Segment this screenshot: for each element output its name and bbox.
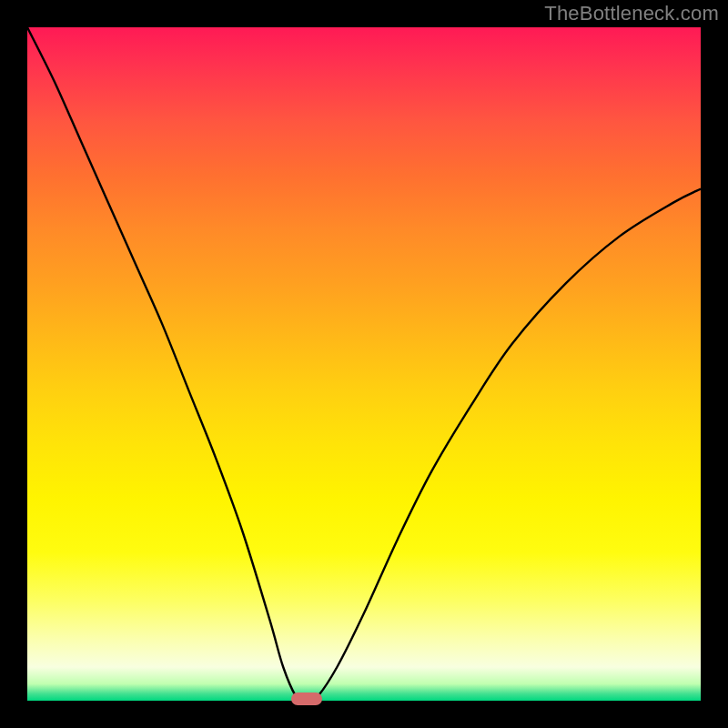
curve-layer — [27, 27, 701, 701]
optimum-marker — [291, 693, 321, 704]
bottleneck-curve-path — [27, 27, 701, 701]
plot-area — [27, 27, 701, 701]
watermark-text: TheBottleneck.com — [544, 2, 719, 25]
chart-container — [27, 27, 701, 701]
